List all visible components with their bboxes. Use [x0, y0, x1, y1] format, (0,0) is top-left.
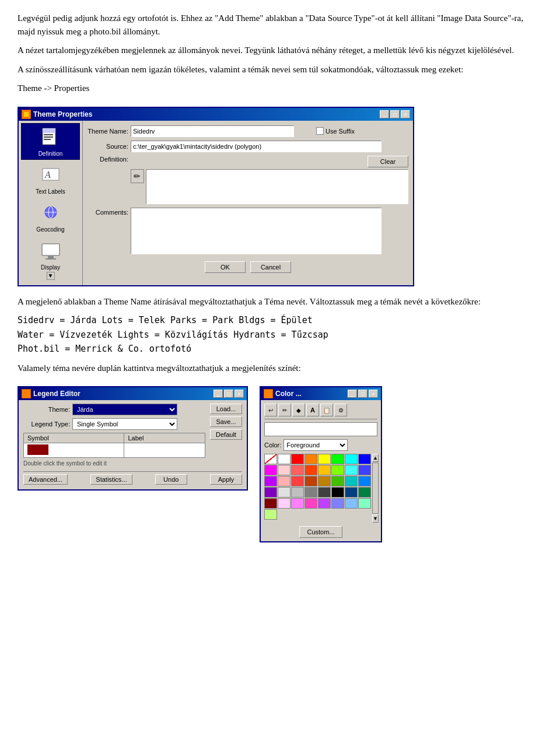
color-cell-0[interactable]	[278, 454, 290, 464]
pencil-icon[interactable]: ✏	[131, 169, 144, 183]
color-cell-10[interactable]	[304, 465, 317, 475]
definition-textarea[interactable]	[146, 169, 408, 204]
settings-tool-icon[interactable]: ⚙	[334, 404, 347, 416]
color-minimize-button[interactable]: _	[348, 390, 357, 398]
color-cell-12[interactable]	[331, 465, 344, 475]
color-cell-15[interactable]	[264, 476, 277, 486]
color-cell-20[interactable]	[331, 476, 344, 486]
statistics-button[interactable]: Statistics...	[90, 474, 132, 485]
custom-button-row: Custom...	[264, 526, 377, 538]
color-cell-35[interactable]	[318, 498, 331, 509]
color-cell-18[interactable]	[304, 476, 317, 486]
color-titlebar[interactable]: Color ... _ □ ✕	[261, 387, 381, 400]
theme-name-input[interactable]	[131, 125, 294, 137]
legend-titlebar-buttons: _ □ ✕	[214, 390, 244, 398]
color-cell-21[interactable]	[345, 476, 358, 486]
color-maximize-button[interactable]: □	[358, 390, 368, 398]
legend-type-select[interactable]: Single Symbol	[72, 418, 177, 430]
palette-scrollbar[interactable]: ▲ ▼	[372, 454, 379, 523]
definition-field-label: Definition:	[88, 156, 128, 163]
color-cell-17[interactable]	[291, 476, 304, 486]
color-cell-33[interactable]	[291, 498, 304, 509]
dialog-main-content: Theme Name: Use Suffix Source: Definitio…	[83, 121, 413, 285]
apply-button[interactable]: Apply	[210, 474, 242, 485]
sidebar-item-geocoding[interactable]: Geocoding	[21, 199, 80, 236]
cancel-button[interactable]: Cancel	[250, 261, 291, 273]
color-cell-13[interactable]	[345, 465, 358, 475]
legend-maximize-button[interactable]: □	[224, 390, 233, 398]
color-cell-39[interactable]	[264, 509, 277, 520]
dialog-icon	[22, 110, 31, 119]
svg-rect-3	[43, 128, 55, 133]
color-cell-28[interactable]	[331, 487, 344, 498]
color-cell-32[interactable]	[278, 498, 290, 509]
color-cell-19[interactable]	[318, 476, 331, 486]
color-cell-6[interactable]	[358, 454, 371, 464]
symbol-cell[interactable]	[24, 443, 124, 458]
color-cell-23[interactable]	[264, 487, 277, 498]
scroll-down[interactable]: ▼	[372, 514, 379, 523]
color-cell-27[interactable]	[318, 487, 331, 498]
color-cell-38[interactable]	[358, 498, 371, 509]
color-cell-34[interactable]	[304, 498, 317, 509]
legend-type-row: Legend Type: Single Symbol	[23, 418, 205, 430]
display-dropdown[interactable]: ▼	[47, 272, 55, 280]
color-cell-14[interactable]	[358, 465, 371, 475]
color-cell-8[interactable]	[278, 465, 290, 475]
legend-minimize-button[interactable]: _	[214, 390, 223, 398]
close-button[interactable]: ✕	[401, 110, 410, 118]
theme-name-row: Theme Name: Use Suffix	[88, 125, 408, 137]
ok-button[interactable]: OK	[205, 261, 246, 273]
color-cell-22[interactable]	[358, 476, 371, 486]
color-cell-none[interactable]	[264, 454, 277, 464]
comments-textarea[interactable]	[131, 208, 382, 254]
save-button[interactable]: Save...	[210, 416, 242, 427]
color-close-button[interactable]: ✕	[369, 390, 378, 398]
text-tool-icon[interactable]: A	[306, 404, 319, 416]
color-cell-26[interactable]	[304, 487, 317, 498]
custom-button[interactable]: Custom...	[299, 526, 342, 538]
symbol-swatch[interactable]	[27, 444, 48, 455]
sidebar-item-definition[interactable]: Definition	[21, 123, 80, 160]
color-cell-3[interactable]	[318, 454, 331, 464]
color-cell-1[interactable]	[291, 454, 304, 464]
undo-button[interactable]: Undo	[155, 474, 187, 485]
color-cell-36[interactable]	[331, 498, 344, 509]
legend-close-button[interactable]: ✕	[235, 390, 244, 398]
color-cell-4[interactable]	[331, 454, 344, 464]
advanced-button[interactable]: Advanced...	[23, 474, 68, 485]
color-cell-16[interactable]	[278, 476, 290, 486]
paragraph-2: A nézet tartalomjegyzékében megjelennek …	[18, 44, 542, 57]
clear-button[interactable]: Clear	[368, 156, 408, 167]
use-suffix-checkbox[interactable]	[316, 127, 324, 135]
legend-main: Theme: Járda Legend Type: Single Symbol	[23, 404, 205, 469]
color-cell-29[interactable]	[345, 487, 358, 498]
color-cell-25[interactable]	[291, 487, 304, 498]
svg-rect-14	[46, 258, 56, 260]
color-cell-2[interactable]	[304, 454, 317, 464]
sidebar-item-textlabels[interactable]: A Text Labels	[21, 161, 80, 198]
color-cell-7[interactable]	[264, 465, 277, 475]
shape-tool-icon[interactable]: ◆	[292, 404, 305, 416]
color-cell-11[interactable]	[318, 465, 331, 475]
scroll-up[interactable]: ▲	[372, 454, 379, 462]
legend-theme-select[interactable]: Járda	[72, 404, 177, 415]
color-cell-37[interactable]	[345, 498, 358, 509]
pencil-tool-icon[interactable]: ✏	[278, 404, 291, 416]
undo-icon[interactable]: ↩	[264, 404, 277, 416]
color-cell-30[interactable]	[358, 487, 371, 498]
legend-titlebar[interactable]: Legend Editor _ □ ✕	[19, 387, 247, 400]
color-select[interactable]: Foreground	[284, 439, 348, 451]
color-cell-9[interactable]	[291, 465, 304, 475]
sidebar-item-display[interactable]: Display ▼	[21, 237, 80, 283]
color-cell-24[interactable]	[278, 487, 290, 498]
theme-props-titlebar[interactable]: Theme Properties _ □ ✕	[19, 108, 413, 121]
color-cell-5[interactable]	[345, 454, 358, 464]
maximize-button[interactable]: □	[390, 110, 400, 118]
paste-tool-icon[interactable]: 📋	[320, 404, 333, 416]
load-button[interactable]: Load...	[210, 404, 242, 414]
color-cell-31[interactable]	[264, 498, 277, 509]
default-button[interactable]: Default	[210, 429, 242, 440]
minimize-button[interactable]: _	[380, 110, 389, 118]
source-input[interactable]	[131, 141, 382, 152]
